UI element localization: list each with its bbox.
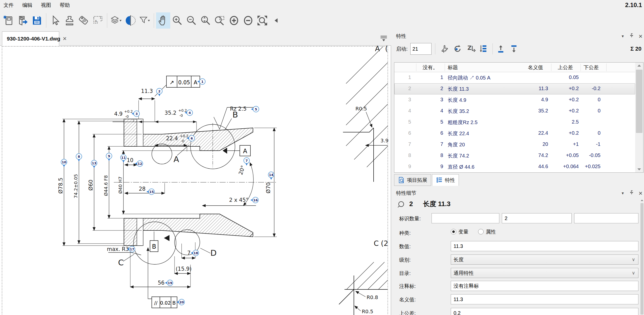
filter-icon[interactable] [138, 12, 152, 29]
tab-close-icon[interactable]: × [63, 35, 67, 43]
table-row[interactable]: 66长度 22.422.4+0.20 [394, 128, 635, 139]
balloon-16[interactable]: 16 [250, 197, 259, 203]
decrease-icon[interactable] [241, 12, 255, 29]
svg-text:1: 1 [201, 80, 203, 84]
balloon-15[interactable]: 15 [146, 189, 155, 195]
balloon-10[interactable]: 10 [61, 159, 67, 167]
class-select[interactable]: 长度∨ [451, 254, 638, 265]
tab-characteristics-label: 特性 [445, 177, 455, 184]
export-up-icon[interactable] [495, 43, 507, 55]
category-select[interactable]: 通用特性∨ [451, 268, 638, 278]
col-header-nominal[interactable]: 名义值 [528, 64, 543, 71]
increase-icon[interactable] [227, 12, 241, 29]
table-scrollbar[interactable] [635, 63, 643, 172]
balloon-19[interactable]: 19 [165, 280, 173, 286]
cell-low: 0 [581, 108, 600, 114]
col-header-number[interactable]: 没有。 [423, 64, 438, 71]
mirror-icon[interactable] [123, 12, 138, 29]
balloon-20[interactable]: 20 [177, 299, 185, 305]
table-header: 没有。 标题 名义值 上公差 下公差 [394, 63, 635, 72]
renumber-rotate-icon[interactable] [452, 43, 464, 55]
balloon-12[interactable]: 12 [135, 161, 143, 167]
menu-view[interactable]: 视图 [41, 2, 51, 9]
radio-variable[interactable] [451, 229, 456, 234]
balloon-13[interactable]: 13 [91, 160, 97, 168]
svg-text:3: 3 [135, 112, 138, 116]
tag-icon[interactable] [77, 12, 91, 29]
select-cursor-icon[interactable] [48, 12, 62, 29]
zoom-fit-icon[interactable] [255, 12, 269, 29]
new-document-icon[interactable] [2, 12, 16, 29]
start-input[interactable] [410, 43, 432, 55]
radio-attribute[interactable] [478, 229, 484, 234]
value-input[interactable] [451, 241, 638, 251]
table-row[interactable]: 55粗糙度Rz 2.52.5 [394, 117, 635, 128]
menu-file[interactable]: 文件 [4, 2, 14, 9]
menu-edit[interactable]: 编辑 [22, 2, 32, 9]
table-row[interactable]: 44长度 35.235.2+0.20 [394, 106, 635, 117]
menu-help[interactable]: 帮助 [60, 2, 70, 9]
document-list-icon[interactable] [379, 34, 388, 42]
fcf-parallelism[interactable]: // 0.02 B [152, 297, 177, 308]
stamp-icon[interactable] [62, 12, 77, 29]
zoom-dynamic-icon[interactable] [199, 12, 213, 29]
layers-icon[interactable] [109, 12, 123, 29]
capture-region-icon[interactable]: 1A [91, 12, 105, 29]
panel-pin-icon[interactable] [629, 33, 634, 40]
detail-scrollbar[interactable] [640, 198, 644, 315]
upper-tol-input[interactable] [451, 308, 638, 315]
detail-close-icon[interactable]: × [639, 191, 642, 196]
tab-characteristics[interactable]: 特性 [432, 174, 459, 186]
balloon-18[interactable]: 18 [191, 250, 199, 256]
table-row[interactable]: 22长度 11.311.3+0.2-0.2 [394, 83, 635, 94]
dim-text: +0.2 [178, 108, 187, 112]
open-document-icon[interactable] [16, 12, 30, 29]
balloon-9[interactable]: 9 [106, 153, 112, 161]
collapse-left-icon[interactable] [269, 12, 284, 29]
drawing-canvas[interactable]: ↗ 0.05 A // 0.02 B A B [0, 46, 391, 315]
balloon-2[interactable]: 2 [157, 88, 162, 96]
zoom-out-icon[interactable] [184, 12, 199, 29]
panel-close-icon[interactable]: × [639, 34, 642, 39]
id-count-input-3[interactable] [574, 213, 638, 223]
table-row[interactable]: 99直径 Ø 44.644.6+0.064+0.025 [394, 161, 635, 172]
svg-text:Z: Z [467, 45, 472, 51]
detail-dropdown-icon[interactable]: ▼ [621, 191, 625, 195]
dim-text: max. R3 [107, 246, 129, 252]
cell-idx: 1 [396, 74, 411, 80]
zoom-in-icon[interactable] [170, 12, 184, 29]
balloon-8[interactable]: 8 [76, 154, 82, 162]
col-header-lower[interactable]: 下公差 [584, 64, 599, 71]
balloon-14[interactable]: 14 [268, 172, 274, 180]
panel-dropdown-icon[interactable]: ▼ [621, 34, 625, 38]
balloon-7[interactable]: 7 [244, 158, 250, 166]
z-order-icon[interactable]: Z [465, 43, 477, 55]
nominal-input[interactable] [451, 294, 638, 304]
dim-text: Ø40 H7 [118, 176, 123, 194]
balloon-11[interactable]: 11 [121, 155, 126, 163]
id-count-input-2[interactable] [502, 213, 572, 223]
cell-nom: 44.6 [515, 164, 548, 169]
tab-project-explore[interactable]: 项目拓展 [394, 174, 431, 186]
id-count-input-1[interactable] [432, 213, 499, 223]
col-header-upper[interactable]: 上公差 [558, 64, 573, 71]
note-input[interactable] [451, 281, 638, 291]
select-hand-icon[interactable] [439, 43, 450, 55]
table-row[interactable]: 88长度 74.274.2+0.05-0.05 [394, 150, 635, 161]
zoom-window-icon[interactable] [213, 12, 227, 29]
balloon-5[interactable]: 5 [251, 106, 259, 112]
right-panel: 特性 ▼ × 启动: Z Σ 20 没有。 标题 名义值 上公差 下公差 [394, 31, 644, 315]
document-tab[interactable]: 930-1200-406-V1.dwg × [2, 31, 59, 46]
import-down-icon[interactable] [508, 43, 520, 55]
table-row[interactable]: 33长度 4.94.9+0.20 [394, 94, 635, 106]
table-row[interactable]: 77角度 2020+1-1 [394, 139, 635, 150]
detail-pin-icon[interactable] [629, 190, 634, 196]
pan-hand-icon[interactable] [156, 12, 170, 29]
table-row[interactable]: 11径向跳动 ↗ 0.05 A0.05 [394, 72, 635, 83]
svg-text:6: 6 [190, 136, 193, 140]
fcf-runout[interactable]: ↗ 0.05 A [166, 76, 200, 87]
col-header-title[interactable]: 标题 [448, 64, 458, 71]
field-label-value: 数值: [399, 243, 411, 250]
save-icon[interactable] [30, 12, 44, 29]
list-number-icon[interactable] [478, 43, 490, 55]
